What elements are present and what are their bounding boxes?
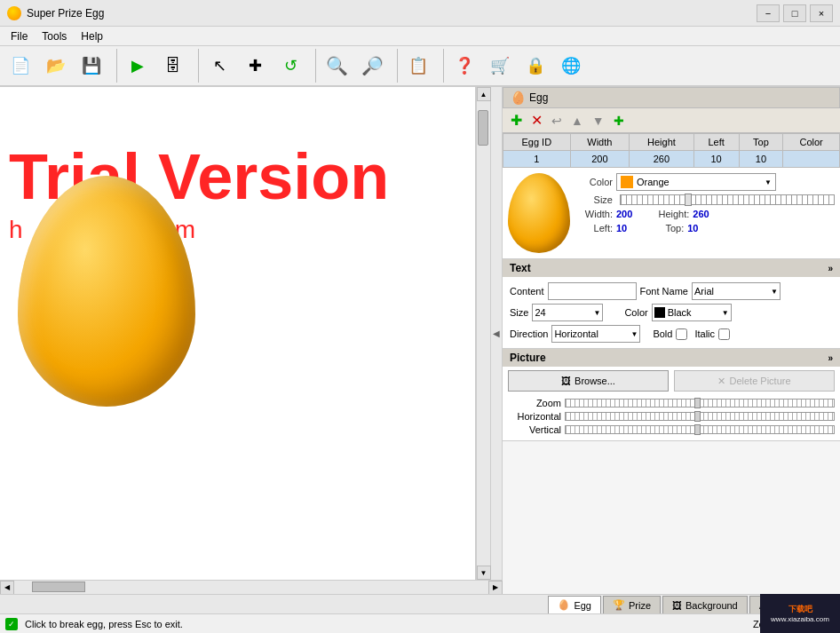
col-height: Height xyxy=(630,134,694,151)
picture-actions: 🖼 Browse... ✕ Delete Picture xyxy=(503,367,840,395)
text-collapse-icon[interactable]: » xyxy=(828,264,833,273)
color-dropdown[interactable]: Orange ▼ xyxy=(616,173,776,191)
scroll-up-arrow[interactable]: ▲ xyxy=(477,87,491,101)
vertical-handle[interactable] xyxy=(694,424,701,435)
egg-prop-grid: Color Orange ▼ Size xyxy=(577,173,835,237)
left-label: Left: xyxy=(577,223,613,233)
horizontal-handle[interactable] xyxy=(694,411,701,422)
content-input[interactable] xyxy=(548,282,637,300)
size-slider-track[interactable] xyxy=(620,194,835,205)
refresh-egg-button[interactable]: ↩ xyxy=(549,113,565,129)
horizontal-slider-track[interactable] xyxy=(565,412,835,421)
open-button[interactable]: 📂 xyxy=(39,49,73,83)
col-left: Left xyxy=(693,134,739,151)
font-dropdown-arrow: ▼ xyxy=(771,288,778,296)
egg-toolbar: ✚ ✕ ↩ ▲ ▼ ✚ xyxy=(503,108,840,133)
h-scroll-track[interactable] xyxy=(14,581,488,594)
toolbar-sep-2 xyxy=(194,49,199,83)
play-button[interactable]: ▶ xyxy=(121,49,155,83)
undo-button[interactable]: ↺ xyxy=(273,49,307,83)
zoom-slider-track[interactable] xyxy=(565,399,835,407)
content-label: Content xyxy=(510,286,544,297)
h-scroll-left[interactable]: ◀ xyxy=(0,581,14,595)
table-row[interactable]: 1 200 260 10 10 xyxy=(503,151,840,168)
lock-button[interactable]: 🔒 xyxy=(519,49,552,83)
size-color-row: Size 24 ▼ Color Black ▼ xyxy=(510,304,833,321)
delete-egg-button[interactable]: ✕ xyxy=(528,111,545,130)
menu-bar: File Tools Help xyxy=(0,27,840,46)
h-scroll-right[interactable]: ▶ xyxy=(488,581,503,595)
text-section-title: Text xyxy=(510,262,531,274)
text-size-dropdown[interactable]: 24 ▼ xyxy=(532,304,603,321)
add-button[interactable]: ✚ xyxy=(238,49,272,83)
delete-picture-button[interactable]: ✕ Delete Picture xyxy=(674,370,835,392)
height-label: Height: xyxy=(654,209,689,219)
cursor-button[interactable]: ↖ xyxy=(202,49,236,83)
top-label: Top: xyxy=(648,223,684,233)
font-name-dropdown[interactable]: Arial ▼ xyxy=(692,282,781,300)
maximize-button[interactable]: □ xyxy=(783,4,806,22)
top-value: 10 xyxy=(687,223,698,233)
scroll-down-arrow[interactable]: ▼ xyxy=(477,566,491,580)
tab-background[interactable]: 🖼 Background xyxy=(662,596,748,613)
window-controls: − □ × xyxy=(757,4,833,22)
menu-tools[interactable]: Tools xyxy=(35,28,74,44)
zoom-handle[interactable] xyxy=(694,398,701,408)
egg-section-header: 🥚 Egg xyxy=(503,87,840,108)
left-top-row: Left: 10 Top: 10 xyxy=(577,223,835,233)
close-button[interactable]: × xyxy=(810,4,833,22)
delete-label: Delete Picture xyxy=(729,376,790,386)
direction-row: Direction Horizontal ▼ Bold Italic xyxy=(510,325,833,343)
browse-icon: 🖼 xyxy=(561,376,571,386)
cell-width: 200 xyxy=(570,151,630,168)
globe-button[interactable]: 🌐 xyxy=(554,49,588,83)
col-color: Color xyxy=(783,134,840,151)
save-button[interactable]: 💾 xyxy=(75,49,108,83)
menu-help[interactable]: Help xyxy=(74,28,110,44)
h-scroll-thumb[interactable] xyxy=(32,582,85,592)
height-value: 260 xyxy=(693,209,709,219)
database-button[interactable]: 🗄 xyxy=(156,49,190,83)
zoom-row: Zoom xyxy=(508,398,835,408)
cell-color xyxy=(783,151,840,168)
browse-button[interactable]: 🖼 Browse... xyxy=(508,370,669,392)
tab-prize[interactable]: 🏆 Prize xyxy=(603,596,661,613)
help-button[interactable]: ❓ xyxy=(448,49,481,83)
bold-checkbox[interactable] xyxy=(676,328,687,340)
italic-checkbox[interactable] xyxy=(718,328,730,340)
browse-label: Browse... xyxy=(575,376,615,386)
tab-egg[interactable]: 🥚 Egg xyxy=(548,596,601,613)
new-button[interactable]: 📄 xyxy=(4,49,37,83)
text-size-value: 24 xyxy=(535,307,593,318)
text-color-dropdown[interactable]: Black ▼ xyxy=(652,304,732,321)
size-slider-handle[interactable] xyxy=(685,194,692,206)
canvas-main-row: Trial Version h oftrm.com ▲ ▼ ◀ xyxy=(0,87,503,580)
zoom-in-button[interactable]: 🔍 xyxy=(320,49,353,83)
direction-label: Direction xyxy=(510,328,548,339)
picture-section-header: Picture » xyxy=(503,349,840,367)
scroll-track[interactable] xyxy=(477,101,490,566)
width-label: Width: xyxy=(577,209,613,219)
menu-file[interactable]: File xyxy=(4,28,35,44)
panel-collapse-button[interactable]: ◀ xyxy=(490,87,503,580)
nav-up-button[interactable]: ▲ xyxy=(568,113,586,129)
picture-collapse-icon[interactable]: » xyxy=(828,353,833,363)
scroll-thumb[interactable] xyxy=(478,110,488,146)
zoom-out-button[interactable]: 🔎 xyxy=(355,49,389,83)
tab-egg-label: Egg xyxy=(574,600,591,611)
page-button[interactable]: 📋 xyxy=(401,49,435,83)
left-area: Trial Version h oftrm.com ▲ ▼ ◀ xyxy=(0,87,503,594)
minimize-button[interactable]: − xyxy=(757,4,780,22)
vertical-slider-track[interactable] xyxy=(565,425,835,434)
cart-button[interactable]: 🛒 xyxy=(483,49,517,83)
text-section-header: Text » xyxy=(503,259,840,277)
canvas-area[interactable]: Trial Version h oftrm.com xyxy=(0,87,476,580)
text-color-value: Black xyxy=(668,307,722,318)
horizontal-row: Horizontal xyxy=(508,411,835,422)
col-width: Width xyxy=(570,134,630,151)
tab-egg-icon: 🥚 xyxy=(558,599,570,611)
direction-dropdown[interactable]: Horizontal ▼ xyxy=(551,325,640,343)
add-egg-button[interactable]: ✚ xyxy=(508,111,525,130)
nav-down-button[interactable]: ▼ xyxy=(590,113,607,129)
add2-egg-button[interactable]: ✚ xyxy=(611,113,627,129)
